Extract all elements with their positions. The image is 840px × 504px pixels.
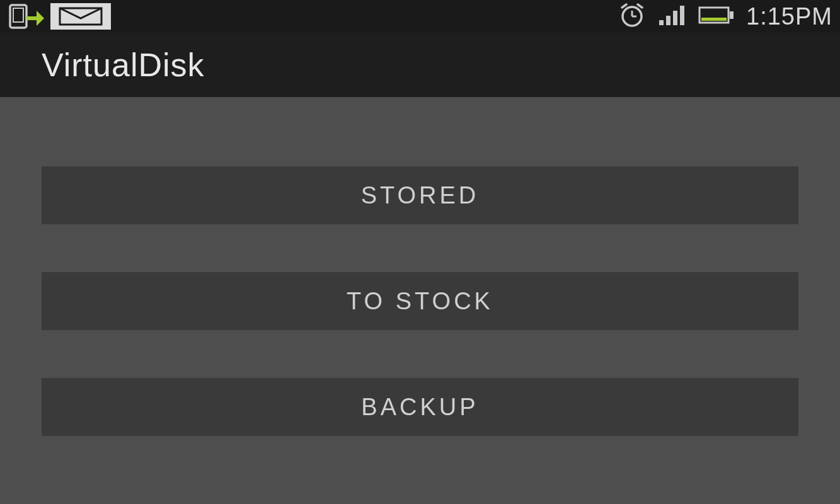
status-right: 1:15PM [618,3,832,30]
alarm-icon [618,3,647,30]
app-bar: VirtualDisk [0,33,840,97]
battery-icon [698,5,735,28]
main-content: STORED TO STOCK BACKUP [0,97,840,436]
backup-button[interactable]: BACKUP [42,378,798,436]
svg-rect-11 [680,6,684,25]
svg-rect-9 [666,16,670,25]
svg-rect-1 [13,8,23,22]
svg-rect-14 [701,18,727,21]
stored-button[interactable]: STORED [42,166,798,224]
app-title: VirtualDisk [42,46,205,84]
svg-rect-8 [659,20,664,25]
svg-line-7 [638,4,642,8]
svg-line-6 [622,4,626,8]
clock: 1:15PM [746,3,832,30]
phone-sync-icon [8,3,44,30]
mail-icon [50,3,111,30]
svg-rect-13 [730,11,734,19]
svg-rect-10 [673,11,677,25]
status-bar: 1:15PM [0,0,840,33]
status-left [8,3,111,30]
signal-icon [658,4,687,29]
to-stock-button[interactable]: TO STOCK [42,272,798,330]
